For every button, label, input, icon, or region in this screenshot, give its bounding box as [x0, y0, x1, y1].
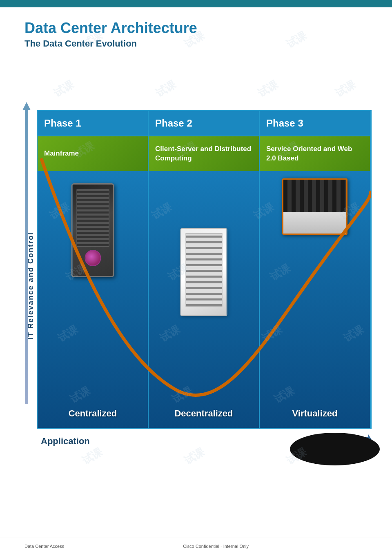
- phase-3-label-box: Service Oriented and Web 2.0 Based: [260, 136, 370, 171]
- footer-bar: Data Center Access Cisco Confidential - …: [0, 538, 392, 554]
- phase-2-label: Client-Server and Distributed Computing: [155, 145, 252, 163]
- y-axis-arrow: [22, 102, 31, 110]
- x-axis-label: Application: [41, 436, 90, 447]
- phase-2-bottom-label: Decentralized: [149, 408, 259, 419]
- phase-columns-wrapper: Phase 1 Mainframe Centralized Phase 2 Cl…: [37, 110, 372, 429]
- phase-2-column: Phase 2 Client-Server and Distributed Co…: [149, 111, 260, 428]
- phase-3-body: Virtualized: [260, 171, 370, 428]
- phase-2-body: Decentralized: [149, 171, 259, 428]
- phase-1-body: Centralized: [38, 171, 148, 428]
- watermark: 试课: [153, 77, 179, 100]
- phase-3-label: Service Oriented and Web 2.0 Based: [266, 145, 363, 163]
- footer-center: Cisco Confidential - Internal Only: [183, 544, 249, 549]
- phase-3-header: Phase 3: [260, 111, 370, 136]
- phase-2-title: Phase 2: [155, 118, 192, 129]
- phase-1-label-box: Mainframe: [38, 136, 148, 171]
- watermark: 试课: [255, 77, 281, 100]
- phase-1-bottom-label: Centralized: [38, 408, 148, 419]
- phase-1-column: Phase 1 Mainframe Centralized: [38, 111, 149, 428]
- phase-2-label-box: Client-Server and Distributed Computing: [149, 136, 259, 171]
- header: Data Center Architecture The Data Center…: [0, 7, 392, 53]
- footer-left: Data Center Access: [24, 544, 64, 549]
- watermark: 试课: [333, 77, 359, 100]
- phase-1-header: Phase 1: [38, 111, 148, 136]
- phase-3-column: Phase 3 Service Oriented and Web 2.0 Bas…: [260, 111, 371, 428]
- top-bar: [0, 0, 392, 7]
- main-title: Data Center Architecture: [24, 20, 368, 37]
- phase-3-bottom-label: Virtualized: [260, 408, 370, 419]
- phase-3-title: Phase 3: [266, 118, 303, 129]
- phase-1-title: Phase 1: [44, 118, 81, 129]
- y-axis-label: IT Relevance and Control: [27, 232, 35, 340]
- datacenter-image: [282, 178, 347, 235]
- watermark: 试课: [51, 77, 77, 100]
- server-rack-image: [180, 228, 227, 316]
- main-diagram: Phase 1 Mainframe Centralized Phase 2 Cl…: [37, 110, 372, 453]
- phase-1-label: Mainframe: [44, 149, 79, 158]
- phase-2-header: Phase 2: [149, 111, 259, 136]
- y-axis-label-container: IT Relevance and Control: [24, 163, 37, 408]
- dark-ellipse: [290, 433, 380, 465]
- mainframe-image: [71, 183, 114, 277]
- sub-title: The Data Center Evolution: [24, 38, 368, 49]
